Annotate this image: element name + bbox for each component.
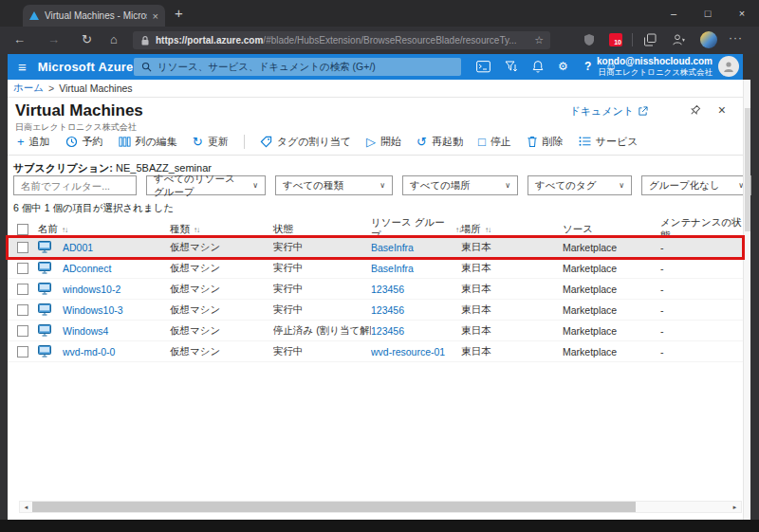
collections-icon[interactable]	[643, 33, 657, 46]
sort-arrows-icon: ↑↓	[62, 226, 67, 234]
forward-icon[interactable]: →	[47, 32, 60, 46]
back-icon[interactable]: ←	[13, 32, 26, 46]
cloud-shell-icon[interactable]	[476, 61, 491, 73]
window-close-button[interactable]: ×	[725, 0, 759, 27]
vm-name-link[interactable]: Windows4	[63, 325, 170, 337]
horizontal-scrollbar-thumb[interactable]	[32, 502, 636, 512]
global-search-input[interactable]: リソース、サービス、ドキュメントの検索 (G+/)	[134, 58, 461, 76]
table-row[interactable]: Windows4 仮想マシン 停止済み (割り当て解除) 123456 東日本 …	[8, 321, 743, 341]
column-header-location[interactable]: 場所 ↑↓	[461, 223, 563, 236]
delete-button[interactable]: 削除	[527, 135, 564, 149]
browser-tab[interactable]: Virtual Machines - Microsoft Az ×	[23, 5, 165, 27]
account-info[interactable]: kondo@nisshocloud.com 日商エレクトロニクス株式会社	[597, 56, 713, 77]
resource-group-link[interactable]: 123456	[371, 304, 461, 316]
row-checkbox[interactable]	[17, 263, 28, 274]
row-checkbox[interactable]	[17, 284, 28, 295]
vm-name-link[interactable]: wvd-md-0-0	[63, 346, 170, 358]
row-checkbox[interactable]	[17, 346, 28, 358]
url-bar[interactable]: https://portal.azure.com/#blade/HubsExte…	[133, 31, 550, 49]
filter-bar: すべてのリソース グループ ∨ すべての種類 ∨ すべての場所 ∨ すべてのタグ…	[13, 175, 751, 195]
vm-name-link[interactable]: AD001	[63, 242, 170, 253]
reload-icon[interactable]: ↻	[82, 32, 92, 46]
resource-group-link[interactable]: wvd-resource-01	[371, 346, 461, 358]
settings-gear-icon[interactable]: ⚙	[558, 60, 568, 73]
table-row[interactable]: wvd-md-0-0 仮想マシン 実行中 wvd-resource-01 東日本…	[8, 341, 743, 362]
resource-group-filter-dropdown[interactable]: すべてのリソース グループ ∨	[146, 175, 266, 195]
azure-favicon-icon	[29, 11, 39, 20]
vertical-scrollbar-thumb[interactable]	[745, 108, 750, 231]
assign-tags-button[interactable]: タグの割り当て	[260, 135, 351, 149]
start-button[interactable]: ▷ 開始	[366, 135, 401, 149]
maximize-button[interactable]: □	[691, 0, 725, 27]
vm-type: 仮想マシン	[170, 345, 273, 358]
notifications-bell-icon[interactable]	[531, 60, 545, 74]
row-checkbox[interactable]	[17, 325, 28, 337]
name-filter-input[interactable]	[13, 175, 137, 195]
blade-close-icon[interactable]: ×	[718, 102, 726, 118]
vertical-scrollbar[interactable]	[743, 80, 750, 520]
table-row[interactable]: ADconnect 仮想マシン 実行中 BaseInfra 東日本 Market…	[8, 258, 743, 279]
new-tab-button[interactable]: +	[175, 5, 183, 21]
vm-maintenance: -	[660, 242, 743, 253]
azure-brand[interactable]: Microsoft Azure	[38, 60, 134, 74]
select-all-checkbox[interactable]	[17, 224, 28, 235]
table-row[interactable]: AD001 仮想マシン 実行中 BaseInfra 東日本 Marketplac…	[8, 237, 743, 258]
refresh-button[interactable]: ↻ 更新	[193, 135, 229, 149]
stop-button[interactable]: □ 停止	[478, 135, 511, 149]
account-avatar[interactable]	[718, 56, 739, 77]
edit-columns-button[interactable]: 列の編集	[119, 135, 177, 149]
sort-arrows-icon: ↑↓	[485, 226, 491, 234]
help-icon[interactable]: ?	[584, 60, 591, 73]
table-row[interactable]: Windows10-3 仮想マシン 実行中 123456 東日本 Marketp…	[8, 300, 743, 321]
row-checkbox[interactable]	[17, 304, 28, 316]
vm-name-link[interactable]: Windows10-3	[63, 304, 170, 316]
services-button[interactable]: サービス	[579, 135, 639, 149]
column-header-name[interactable]: 名前 ↑↓	[38, 223, 170, 236]
vm-name-link[interactable]: ADconnect	[63, 263, 170, 274]
breadcrumb-home-link[interactable]: ホーム	[13, 82, 44, 95]
vm-maintenance: -	[660, 284, 743, 295]
vm-source: Marketplace	[563, 263, 660, 274]
location-filter-dropdown[interactable]: すべての場所 ∨	[402, 175, 518, 195]
browser-avatar[interactable]	[700, 31, 717, 48]
resource-group-link[interactable]: 123456	[371, 325, 461, 337]
reservation-button[interactable]: 予約	[65, 135, 103, 149]
column-header-type[interactable]: 種類 ↑↓	[170, 223, 273, 236]
play-icon: ▷	[366, 136, 376, 148]
horizontal-scrollbar[interactable]: ◄ ►	[19, 501, 742, 513]
hamburger-icon[interactable]: ≡	[18, 59, 27, 75]
column-header-status[interactable]: 状態	[273, 223, 371, 236]
chevron-down-icon: ∨	[619, 181, 624, 190]
row-checkbox[interactable]	[17, 242, 28, 253]
vm-location: 東日本	[461, 283, 563, 296]
resource-group-link[interactable]: 123456	[371, 284, 461, 295]
resource-group-link[interactable]: BaseInfra	[371, 263, 461, 274]
resource-group-link[interactable]: BaseInfra	[371, 242, 461, 253]
favorite-star-icon[interactable]: ☆	[534, 34, 544, 46]
directory-filter-icon[interactable]	[505, 61, 519, 73]
refresh-label: 更新	[208, 135, 229, 149]
url-text: https://portal.azure.com/#blade/HubsExte…	[156, 35, 529, 46]
vm-name-link[interactable]: windows10-2	[63, 284, 170, 295]
restart-button[interactable]: ↺ 再起動	[417, 135, 463, 149]
vm-icon	[38, 324, 51, 337]
red-badge-extension-icon[interactable]: 10	[609, 33, 622, 46]
scroll-left-icon[interactable]: ◄	[20, 504, 32, 510]
tab-close-icon[interactable]: ×	[153, 10, 158, 22]
column-header-source[interactable]: ソース	[563, 223, 660, 236]
docs-link[interactable]: ドキュメント	[569, 104, 648, 119]
profile-people-icon[interactable]	[672, 33, 686, 46]
grouping-dropdown[interactable]: グループ化なし ∨	[641, 175, 751, 195]
home-icon[interactable]: ⌂	[110, 32, 118, 46]
pin-icon[interactable]	[689, 104, 701, 117]
shield-extension-icon[interactable]	[583, 33, 596, 46]
account-email: kondo@nisshocloud.com	[597, 56, 713, 67]
table-row[interactable]: windows10-2 仮想マシン 実行中 123456 東日本 Marketp…	[8, 279, 743, 300]
type-filter-dropdown[interactable]: すべての種類 ∨	[275, 175, 393, 195]
tags-filter-dropdown[interactable]: すべてのタグ ∨	[528, 175, 632, 195]
browser-menu-icon[interactable]: ···	[729, 31, 743, 45]
vm-type: 仮想マシン	[170, 241, 273, 254]
add-button[interactable]: + 追加	[17, 135, 50, 149]
scroll-right-icon[interactable]: ►	[729, 504, 741, 510]
minimize-button[interactable]: –	[657, 0, 691, 27]
